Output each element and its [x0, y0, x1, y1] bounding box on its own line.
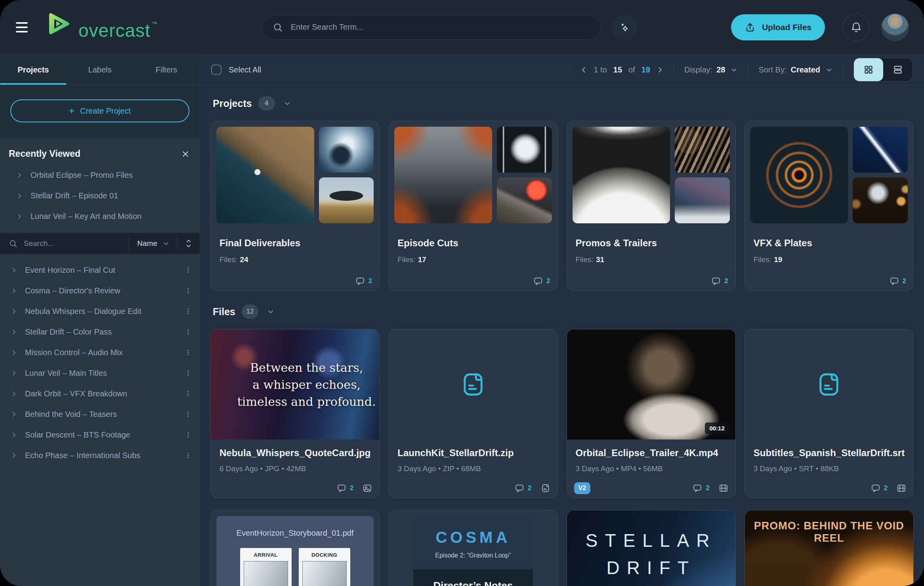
- project-thumbnail-saturn-rings: [675, 127, 730, 173]
- file-card-promo-reel-poster[interactable]: PROMO: BEHIND THE VOID REEL: [745, 510, 914, 586]
- card-footer: 2: [567, 271, 735, 291]
- sort-by-dropdown[interactable]: Sort By: Created: [758, 65, 832, 74]
- list-item[interactable]: Cosma – Director's Review: [0, 280, 200, 301]
- storyboard-sketch: [302, 561, 347, 586]
- divider: [674, 61, 674, 78]
- recent-item-lunar-veil[interactable]: Lunar Veil – Key Art and Motion: [0, 206, 200, 226]
- file-card-nebula-quotecard[interactable]: Between the stars, a whisper echoes, tim…: [210, 329, 380, 498]
- kebab-menu-icon[interactable]: [185, 410, 192, 418]
- comment-icon[interactable]: [355, 276, 365, 286]
- hamburger-menu-icon[interactable]: [16, 22, 34, 32]
- next-page-button[interactable]: [657, 67, 663, 73]
- sidebar-search-input[interactable]: [23, 239, 129, 248]
- project-collage: [567, 121, 735, 229]
- project-thumbnail-planet-bw: [573, 127, 670, 223]
- project-thumbnail-astronaut-visor: [853, 177, 908, 223]
- project-card-vfx-plates[interactable]: VFX & Plates Files:19 2: [745, 121, 914, 291]
- global-search[interactable]: [262, 15, 601, 40]
- comment-count: 2: [368, 277, 372, 285]
- chevron-down-icon[interactable]: [284, 100, 291, 107]
- list-view-button[interactable]: [883, 58, 913, 81]
- comment-icon[interactable]: [515, 483, 524, 493]
- close-icon[interactable]: [181, 150, 189, 158]
- file-card-launchkit-zip[interactable]: LaunchKit_StellarDrift.zip 3 Days Ago • …: [388, 329, 557, 498]
- kebab-menu-icon[interactable]: [185, 307, 192, 315]
- kebab-menu-icon[interactable]: [185, 348, 192, 356]
- project-card-promos-trailers[interactable]: Promos & Trailers Files:31 2: [567, 121, 736, 291]
- select-all[interactable]: Select All: [211, 65, 261, 75]
- recent-item-orbital-eclipse[interactable]: Orbital Eclipse – Promo Files: [0, 165, 200, 185]
- version-badge[interactable]: V2: [574, 482, 591, 494]
- project-title: Promos & Trailers: [567, 229, 735, 249]
- tab-projects[interactable]: Projects: [0, 55, 67, 85]
- tab-filters[interactable]: Filters: [133, 55, 200, 85]
- comment-icon[interactable]: [533, 276, 543, 286]
- kebab-menu-icon[interactable]: [185, 451, 192, 459]
- project-card-episode-cuts[interactable]: Episode Cuts Files:17 2: [388, 121, 557, 291]
- list-item[interactable]: Stellar Drift – Color Pass: [0, 322, 200, 342]
- comment-icon[interactable]: [337, 483, 346, 493]
- comment-icon[interactable]: [890, 276, 899, 286]
- list-item[interactable]: Lunar Veil – Main Titles: [0, 363, 200, 383]
- content-scroll-area[interactable]: Projects 4 Final Deliverables: [200, 85, 924, 586]
- recently-viewed-title: Recently Viewed: [9, 148, 80, 159]
- chevron-right-icon: [11, 329, 17, 335]
- tab-labels[interactable]: Labels: [67, 55, 133, 85]
- list-item[interactable]: Mission Control – Audio Mix: [0, 342, 200, 363]
- kebab-menu-icon[interactable]: [185, 266, 192, 274]
- prev-page-button[interactable]: [580, 67, 587, 73]
- chevron-down-icon[interactable]: [267, 308, 274, 315]
- search-input[interactable]: [290, 22, 590, 32]
- list-item[interactable]: Behind the Void – Teasers: [0, 404, 200, 424]
- file-card-subtitles-srt[interactable]: Subtitles_Spanish_StellarDrift.srt 3 Day…: [745, 329, 914, 498]
- list-item[interactable]: Dark Orbit – VFX Breakdown: [0, 383, 200, 404]
- app-window: overcast™ Upload Files: [0, 0, 924, 586]
- list-item[interactable]: Echo Phase – International Subs: [0, 445, 200, 466]
- card-footer: V2 2: [567, 478, 735, 498]
- user-avatar[interactable]: [881, 13, 909, 41]
- recent-item-label: Orbital Eclipse – Promo Files: [31, 171, 133, 180]
- notifications-button[interactable]: [842, 13, 870, 41]
- display-dropdown[interactable]: Display: 28: [684, 65, 737, 74]
- file-card-orbital-eclipse-trailer[interactable]: 00:12 Orbital_Eclipse_Trailer_4K.mp4 3 D…: [567, 329, 736, 498]
- list-item-label: Stellar Drift – Color Pass: [25, 327, 112, 337]
- comment-icon[interactable]: [693, 483, 702, 493]
- kebab-menu-icon[interactable]: [185, 431, 192, 439]
- video-duration-badge: 00:12: [705, 422, 729, 434]
- file-card-storyboard-pdf[interactable]: EventHorizon_Storyboard_01.pdf ARRIVAL S…: [210, 510, 380, 586]
- sort-field-dropdown[interactable]: Name: [129, 239, 177, 248]
- kebab-menu-icon[interactable]: [185, 287, 192, 295]
- display-value: 28: [716, 65, 725, 74]
- main-area: Select All 1 to 15 of 19 Display:: [200, 55, 924, 586]
- kebab-menu-icon[interactable]: [185, 390, 192, 398]
- recent-item-stellar-drift[interactable]: Stellar Drift – Episode 01: [0, 185, 200, 206]
- comment-icon[interactable]: [711, 276, 721, 286]
- file-preview-pdf: EventHorizon_Storyboard_01.pdf ARRIVAL S…: [211, 510, 379, 586]
- kebab-menu-icon[interactable]: [185, 328, 192, 336]
- recent-item-label: Stellar Drift – Episode 01: [31, 191, 118, 200]
- list-item[interactable]: Solar Descent – BTS Footage: [0, 424, 200, 445]
- upload-files-button[interactable]: Upload Files: [731, 14, 825, 40]
- brand-logo[interactable]: overcast™: [44, 9, 158, 45]
- sort-direction-button[interactable]: [178, 239, 200, 248]
- comment-icon[interactable]: [871, 483, 880, 493]
- project-collage: [389, 121, 557, 229]
- file-card-stellar-drift-poster[interactable]: STELLAR DRIFT: [567, 510, 736, 586]
- project-card-final-deliverables[interactable]: Final Deliverables Files:24 2: [210, 121, 380, 291]
- file-card-directors-notes[interactable]: COSMA Episode 2: “Graviton Loop” Directo…: [388, 510, 557, 586]
- project-thumbnail-rocket-launch: [853, 127, 908, 173]
- project-collage: [745, 121, 913, 229]
- create-project-wrap: + Create Project: [0, 85, 200, 138]
- file-preview-document: COSMA Episode 2: “Graviton Loop” Directo…: [389, 510, 557, 586]
- create-project-button[interactable]: + Create Project: [10, 99, 189, 122]
- list-item[interactable]: Nebula Whispers – Dialogue Edit: [0, 301, 200, 322]
- kebab-menu-icon[interactable]: [185, 369, 192, 377]
- comment-count: 2: [724, 277, 728, 285]
- file-preview-video-astronaut: 00:12: [567, 329, 735, 440]
- list-item[interactable]: Event Horizon – Final Cut: [0, 260, 200, 280]
- list-item-label: Solar Descent – BTS Footage: [25, 430, 130, 440]
- select-all-checkbox[interactable]: [211, 65, 221, 75]
- search-icon: [9, 239, 17, 248]
- ai-sparkle-button[interactable]: [611, 15, 637, 40]
- grid-view-button[interactable]: [854, 58, 883, 81]
